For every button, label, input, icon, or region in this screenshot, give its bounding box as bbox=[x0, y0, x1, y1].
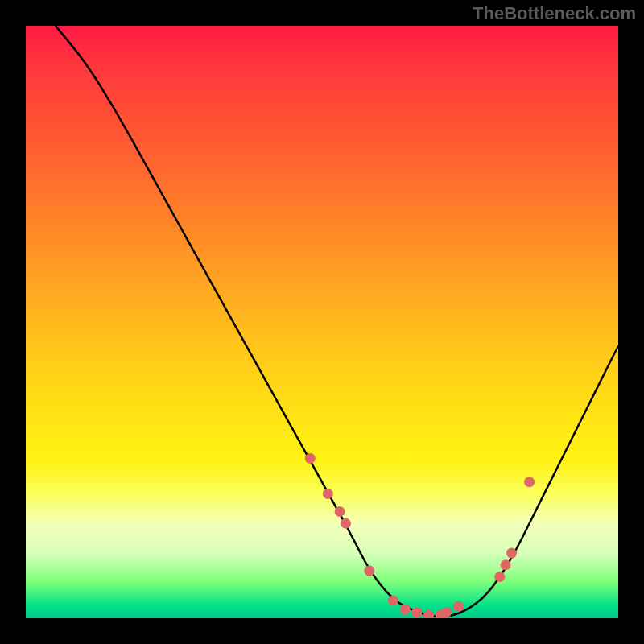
attribution-text: TheBottleneck.com bbox=[473, 3, 636, 24]
scatter-point bbox=[305, 453, 316, 464]
scatter-points-group bbox=[305, 453, 535, 618]
scatter-point bbox=[335, 506, 345, 517]
chart-svg bbox=[26, 26, 618, 618]
chart-container bbox=[26, 26, 618, 618]
scatter-point bbox=[494, 572, 505, 582]
scatter-point bbox=[411, 607, 422, 617]
bottleneck-curve-path bbox=[56, 26, 618, 617]
scatter-point bbox=[441, 607, 452, 617]
scatter-point bbox=[501, 559, 511, 570]
scatter-point bbox=[506, 548, 517, 559]
scatter-point bbox=[388, 595, 398, 605]
scatter-point bbox=[323, 489, 333, 499]
scatter-point bbox=[400, 604, 411, 614]
scatter-point bbox=[364, 566, 374, 576]
scatter-point bbox=[423, 610, 434, 618]
scatter-point bbox=[453, 601, 464, 612]
scatter-point bbox=[524, 477, 535, 487]
scatter-point bbox=[341, 518, 351, 529]
